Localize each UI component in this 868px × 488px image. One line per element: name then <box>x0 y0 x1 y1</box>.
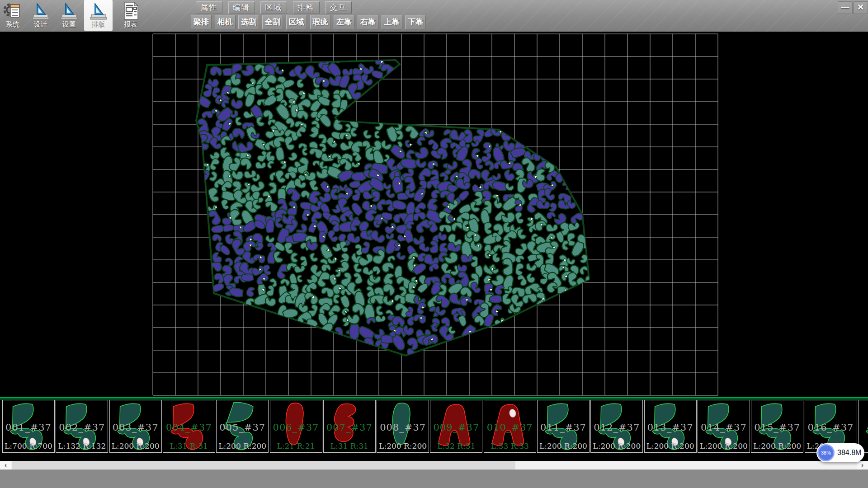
part-lr-count: L:200 R:200 <box>110 441 161 450</box>
part-lr-count: L:33 R:33 <box>484 441 536 450</box>
part-id-label: 001_#37 <box>3 422 54 433</box>
progress-circle: 38% <box>817 444 835 461</box>
titlebar: 系统设计设置排版报表 属性编辑区域排料交互 聚排相机选割全割区域瑕疵左靠右靠上靠… <box>0 0 868 32</box>
part-id-label: 009_#37 <box>430 422 482 433</box>
status-bar <box>0 469 868 488</box>
part-tile-012_#37[interactable]: 012_#37L:200 R:200 <box>590 400 643 453</box>
part-tile-005_#37[interactable]: 005_#37L:200 R:200 <box>216 400 269 453</box>
part-id-label: 002_#37 <box>56 422 108 433</box>
settings-setsquare-icon <box>59 1 79 21</box>
part-lr-count: L:21 R:21 <box>270 441 322 450</box>
part-id-label: 003_#37 <box>110 422 161 433</box>
toolbar-button-label: 设计 <box>28 21 53 28</box>
nesting-canvas[interactable] <box>0 32 868 397</box>
part-tile-007_#37[interactable]: 007_#37L:31 R:31 <box>323 400 376 453</box>
part-id-label: 011_#37 <box>538 422 589 433</box>
part-id-label: 008_#37 <box>377 422 429 433</box>
part-lr-count: L:132 R:132 <box>56 441 108 450</box>
minimize-button[interactable]: — <box>838 1 853 14</box>
tool-3[interactable]: 选割 <box>238 15 259 29</box>
tool-5[interactable]: 区域 <box>286 15 307 29</box>
close-button[interactable]: ✕ <box>853 1 868 14</box>
report-document-icon <box>121 1 141 21</box>
part-id-label: 005_#37 <box>217 422 268 433</box>
part-id-label: 015_#37 <box>751 422 803 433</box>
part-tile-003_#37[interactable]: 003_#37L:200 R:200 <box>109 400 162 453</box>
part-id-label: 014_#37 <box>698 422 750 433</box>
nesting-canvas-svg <box>0 32 868 397</box>
toolbar-button-3[interactable]: 设置 <box>57 0 82 31</box>
part-tile-004_#37[interactable]: 004_#37L:31 R:31 <box>163 400 215 453</box>
part-id-label: 007_#37 <box>324 422 375 433</box>
scrollbar-thumb[interactable] <box>12 461 515 469</box>
horizontal-scrollbar[interactable]: ‹ › <box>0 461 868 469</box>
part-id-label: 013_#37 <box>645 422 696 433</box>
toolbar-button-label: 设置 <box>57 21 82 28</box>
part-id-label: 016_#37 <box>805 422 857 433</box>
tool-6[interactable]: 瑕疵 <box>310 15 331 29</box>
scroll-left-arrow-icon[interactable]: ‹ <box>0 461 11 469</box>
menu-2[interactable]: 编辑 <box>228 1 255 14</box>
part-tile-014_#37[interactable]: 014_#37L:200 R:200 <box>698 400 750 453</box>
menu-3[interactable]: 区域 <box>260 1 287 14</box>
part-lr-count: L:200 R:200 <box>698 441 750 450</box>
part-tile-010_#37[interactable]: 010_#37L:33 R:33 <box>484 400 536 453</box>
part-tile-015_#37[interactable]: 015_#37L:200 R:200 <box>751 400 803 453</box>
tool-7[interactable]: 左靠 <box>334 15 354 29</box>
part-lr-count: L:200 R:200 <box>591 441 642 450</box>
tool-2[interactable]: 相机 <box>215 15 236 29</box>
tool-9[interactable]: 上靠 <box>382 15 402 29</box>
part-lr-count: L:700 R:700 <box>3 441 54 450</box>
toolbar-button-label: 系统 <box>0 21 25 28</box>
parts-strip: 001_#37L:700 R:700002_#37L:132 R:132003_… <box>0 397 868 461</box>
system-gear-icon <box>3 1 23 21</box>
menu-5[interactable]: 交互 <box>325 1 352 14</box>
part-lr-count: L:31 R:31 <box>324 441 375 450</box>
menu-4[interactable]: 排料 <box>293 1 320 14</box>
part-id-label: 010_#37 <box>484 422 536 433</box>
strip-separator-line-1 <box>0 397 868 398</box>
strip-separator-line-2 <box>0 399 868 399</box>
toolbar-button-5[interactable]: 报表 <box>117 0 145 31</box>
part-id-label: 012_#37 <box>591 422 642 433</box>
memory-badge[interactable]: 38% 384.8M <box>816 443 864 462</box>
part-lr-count: L:200 R:200 <box>751 441 803 450</box>
part-tile-008_#37[interactable]: 008_#37L:200 R:200 <box>377 400 429 453</box>
tool-8[interactable]: 右靠 <box>358 15 378 29</box>
toolbar-button-4[interactable]: 排版 <box>84 0 113 31</box>
tool-4[interactable]: 全割 <box>262 15 283 29</box>
toolbar-button-2[interactable]: 设计 <box>28 0 53 31</box>
toolbar-button-label: 排版 <box>84 21 113 28</box>
menu-1[interactable]: 属性 <box>196 1 222 14</box>
part-lr-count: L:200 R:200 <box>538 441 589 450</box>
part-lr-count: L:200 R:200 <box>645 441 696 450</box>
nesting-setsquare-icon <box>89 1 108 21</box>
part-lr-count: L:32 R:31 <box>430 441 482 450</box>
toolbar-button-label: 报表 <box>117 21 145 28</box>
part-id-label: 006_#37 <box>270 422 322 433</box>
part-shape <box>862 401 868 452</box>
part-tile-011_#37[interactable]: 011_#37L:200 R:200 <box>537 400 590 453</box>
memory-size-label: 384.8M <box>837 443 861 462</box>
application-window: { "titlebar": { "window_controls": { "mi… <box>0 0 868 488</box>
toolbar-button-1[interactable]: 系统 <box>0 0 25 31</box>
part-tile-002_#37[interactable]: 002_#37L:132 R:132 <box>56 400 108 453</box>
part-lr-count: L:200 R:200 <box>377 441 429 450</box>
part-id-label: 004_#37 <box>163 422 215 433</box>
tool-1[interactable]: 聚排 <box>191 15 212 29</box>
design-setsquare-icon <box>31 1 51 21</box>
part-tile-013_#37[interactable]: 013_#37L:200 R:200 <box>644 400 697 453</box>
tool-10[interactable]: 下靠 <box>405 15 426 29</box>
part-lr-count: L:200 R:200 <box>217 441 268 450</box>
part-tile-006_#37[interactable]: 006_#37L:21 R:21 <box>270 400 322 453</box>
part-lr-count: L:31 R:31 <box>163 441 215 450</box>
part-tile-009_#37[interactable]: 009_#37L:32 R:31 <box>430 400 482 453</box>
part-tile-001_#37[interactable]: 001_#37L:700 R:700 <box>2 400 55 453</box>
